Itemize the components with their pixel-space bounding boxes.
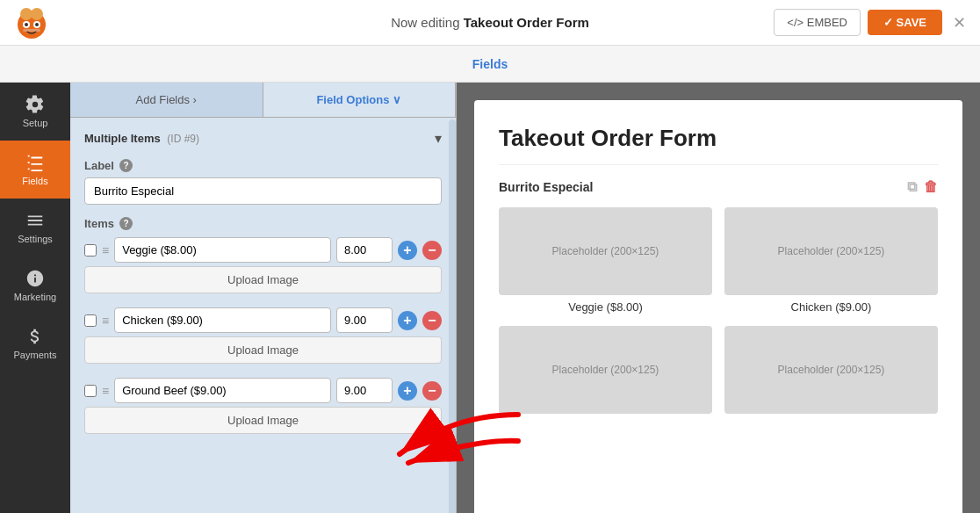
label-text: Label — [84, 159, 114, 172]
remove-item-button-3[interactable]: − — [422, 381, 442, 401]
top-bar: Now editing Takeout Order Form </> EMBED… — [0, 0, 980, 46]
fields-tab-bar: Fields — [0, 46, 980, 83]
page-title: Now editing Takeout Order Form — [391, 15, 589, 30]
left-panel: Add Fields › Field Options ∨ Multiple It… — [70, 83, 457, 513]
sidebar-item-marketing[interactable]: Marketing — [0, 256, 70, 314]
item-row-1: ≡ + − — [84, 237, 442, 263]
form-section-header: Burrito Especial ⧉ 🗑 — [499, 179, 938, 195]
delete-icon[interactable]: 🗑 — [924, 179, 938, 195]
svg-point-6 — [35, 23, 39, 26]
sidebar-setup-label: Setup — [23, 118, 48, 128]
sidebar-payments-label: Payments — [14, 350, 57, 360]
placeholder-2: Placeholder (200×125) — [724, 207, 938, 295]
items-help-icon: ? — [119, 217, 133, 230]
scroll-indicator — [449, 119, 456, 513]
item-block-2: ≡ + − Upload Image — [84, 307, 442, 372]
items-label: Items ? — [84, 217, 442, 230]
close-button[interactable]: ✕ — [953, 13, 966, 33]
item-block-3: ≡ + − Upload Image — [84, 378, 442, 443]
form-item-2: Placeholder (200×125) Chicken ($9.00) — [724, 207, 938, 314]
drag-handle-1[interactable]: ≡ — [102, 243, 109, 257]
item-price-input-3[interactable] — [336, 378, 393, 403]
section-title: Multiple Items (ID #9) — [84, 132, 199, 145]
label-input[interactable] — [84, 177, 442, 205]
tab-field-options[interactable]: Field Options ∨ — [263, 83, 457, 117]
drag-handle-3[interactable]: ≡ — [102, 384, 109, 398]
form-item-3: Placeholder (200×125) — [499, 326, 712, 419]
form-preview: Takeout Order Form Burrito Especial ⧉ 🗑 … — [474, 100, 962, 513]
form-item-1: Placeholder (200×125) Veggie ($8.00) — [499, 207, 712, 314]
svg-point-2 — [31, 8, 43, 20]
form-items-grid: Placeholder (200×125) Veggie ($8.00) Pla… — [499, 207, 938, 419]
remove-item-button-1[interactable]: − — [422, 241, 442, 260]
right-panel: Takeout Order Form Burrito Especial ⧉ 🗑 … — [457, 83, 980, 513]
svg-rect-7 — [23, 29, 40, 32]
panel-tabs: Add Fields › Field Options ∨ — [70, 83, 456, 118]
form-section-actions: ⧉ 🗑 — [907, 179, 938, 195]
item-checkbox-2[interactable] — [84, 314, 97, 327]
form-item-label-2: Chicken ($9.00) — [791, 300, 872, 314]
item-name-input-1[interactable] — [114, 237, 331, 263]
placeholder-3: Placeholder (200×125) — [499, 326, 712, 414]
item-checkbox-1[interactable] — [84, 244, 97, 256]
drag-handle-2[interactable]: ≡ — [102, 314, 109, 328]
fields-tab-label: Fields — [472, 57, 508, 71]
sidebar-fields-label: Fields — [22, 176, 47, 186]
app-logo — [14, 5, 56, 40]
form-item-4: Placeholder (200×125) — [724, 326, 938, 419]
sidebar-item-settings[interactable]: Settings — [0, 199, 70, 256]
form-preview-title: Takeout Order Form — [499, 125, 938, 165]
item-name-input-3[interactable] — [114, 378, 331, 403]
upload-image-button-2[interactable]: Upload Image — [84, 336, 442, 364]
item-name-input-2[interactable] — [114, 307, 331, 333]
placeholder-4: Placeholder (200×125) — [724, 326, 938, 414]
item-price-input-1[interactable] — [336, 237, 393, 263]
sidebar-item-setup[interactable]: Setup — [0, 83, 70, 141]
save-button[interactable]: ✓ SAVE — [868, 10, 942, 35]
upload-image-button-3[interactable]: Upload Image — [84, 407, 442, 434]
form-item-label-1: Veggie ($8.00) — [568, 300, 643, 314]
sidebar-item-payments[interactable]: Payments — [0, 314, 70, 372]
placeholder-1: Placeholder (200×125) — [499, 207, 712, 295]
add-item-button-3[interactable]: + — [398, 381, 417, 401]
sidebar-item-fields[interactable]: Fields — [0, 141, 70, 199]
sidebar-settings-label: Settings — [18, 234, 53, 244]
form-section-label: Burrito Especial — [499, 180, 593, 194]
item-row-3: ≡ + − — [84, 378, 442, 403]
copy-icon[interactable]: ⧉ — [907, 179, 917, 195]
sidebar-marketing-label: Marketing — [14, 292, 56, 302]
sidebar: Setup Fields Settings Marketing Payments — [0, 83, 70, 513]
item-price-input-2[interactable] — [336, 307, 393, 333]
add-item-button-1[interactable]: + — [398, 241, 417, 260]
main-layout: Setup Fields Settings Marketing Payments… — [0, 83, 980, 513]
section-dropdown: Multiple Items (ID #9) ▾ — [84, 130, 442, 147]
svg-point-5 — [25, 23, 28, 26]
item-checkbox-3[interactable] — [84, 385, 97, 397]
label-row: Label ? — [84, 159, 442, 172]
upload-image-button-1[interactable]: Upload Image — [84, 266, 442, 293]
help-icon: ? — [119, 159, 133, 172]
top-bar-actions: </> EMBED ✓ SAVE ✕ — [774, 9, 966, 36]
add-item-button-2[interactable]: + — [398, 311, 417, 330]
panel-scroll: Multiple Items (ID #9) ▾ Label ? Items ? — [70, 118, 456, 513]
svg-point-1 — [20, 8, 32, 20]
tab-add-fields[interactable]: Add Fields › — [70, 83, 263, 117]
remove-item-button-2[interactable]: − — [422, 311, 442, 330]
embed-button[interactable]: </> EMBED — [774, 9, 861, 36]
section-dropdown-icon[interactable]: ▾ — [435, 130, 442, 147]
item-block-1: ≡ + − Upload Image — [84, 237, 442, 302]
item-row-2: ≡ + − — [84, 307, 442, 333]
